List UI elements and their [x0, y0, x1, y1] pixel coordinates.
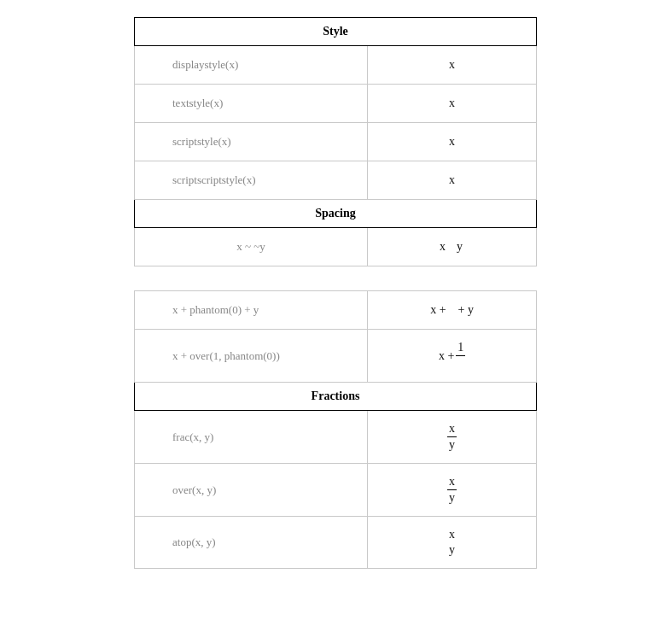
- table-row: x + phantom(0) + y x + 0 + y: [135, 291, 537, 330]
- table-row: scriptscriptstyle(x) x: [135, 161, 537, 200]
- render-cell: x + 0 + y: [368, 291, 537, 330]
- code-cell: atop(x, y): [135, 517, 368, 569]
- code-cell: scriptscriptstyle(x): [135, 161, 368, 200]
- table-row: displaystyle(x) x: [135, 46, 537, 85]
- section-spacing: Spacing: [135, 200, 537, 228]
- style-spacing-table: Style displaystyle(x) x textstyle(x) x s…: [134, 17, 537, 266]
- table-row: over(x, y) x y: [135, 464, 537, 517]
- render-cell: x y: [368, 411, 537, 464]
- render-cell: x: [368, 123, 537, 161]
- code-cell: x + phantom(0) + y: [135, 291, 368, 330]
- code-cell: x ~ ~y: [135, 228, 368, 266]
- table-row: x + over(1, phantom(0)) x + 1 0: [135, 330, 537, 383]
- table-row: frac(x, y) x y: [135, 411, 537, 464]
- table-row: scriptstyle(x) x: [135, 123, 537, 161]
- table-row: textstyle(x) x: [135, 85, 537, 123]
- table-row: x ~ ~y x y: [135, 228, 537, 266]
- section-style: Style: [135, 18, 537, 46]
- code-cell: textstyle(x): [135, 85, 368, 123]
- render-cell: x y: [368, 228, 537, 266]
- code-cell: over(x, y): [135, 464, 368, 517]
- section-fractions: Fractions: [135, 383, 537, 411]
- render-cell: x: [368, 161, 537, 200]
- render-cell: x y: [368, 517, 537, 569]
- table-row: atop(x, y) x y: [135, 517, 537, 569]
- code-cell: x + over(1, phantom(0)): [135, 330, 368, 383]
- render-cell: x: [368, 85, 537, 123]
- phantom-fractions-table: x + phantom(0) + y x + 0 + y x + over(1,…: [134, 290, 537, 569]
- code-cell: displaystyle(x): [135, 46, 368, 85]
- render-cell: x y: [368, 464, 537, 517]
- render-cell: x: [368, 46, 537, 85]
- code-cell: frac(x, y): [135, 411, 368, 464]
- code-cell: scriptstyle(x): [135, 123, 368, 161]
- render-cell: x + 1 0: [368, 330, 537, 383]
